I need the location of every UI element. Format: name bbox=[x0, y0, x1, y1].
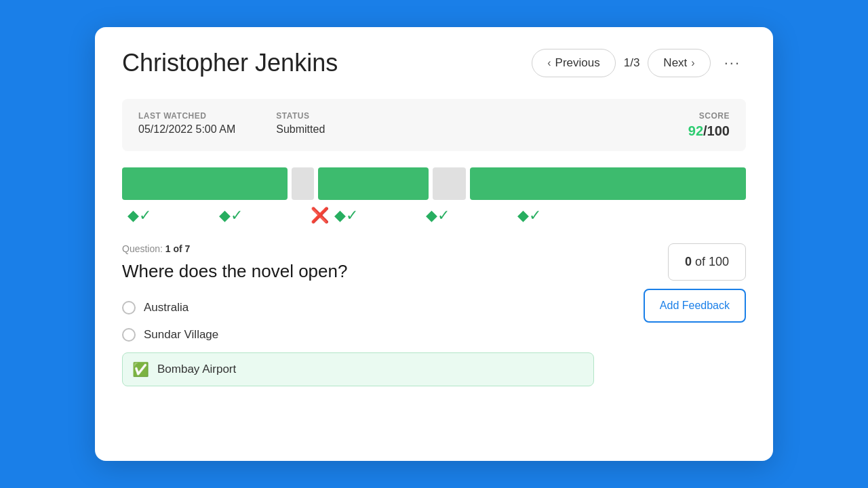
option-label-sundar: Sundar Village bbox=[144, 328, 218, 342]
progress-seg-1 bbox=[122, 167, 288, 200]
page-indicator: 1/3 bbox=[624, 56, 640, 70]
check-icon-3: ◆✓ bbox=[334, 207, 358, 224]
cross-icon-1: ❌ bbox=[311, 207, 329, 224]
info-bar: LAST WATCHED 05/12/2022 5:00 AM STATUS S… bbox=[122, 99, 746, 151]
score-label: SCORE bbox=[699, 111, 730, 121]
progress-section: ◆✓ ◆✓ ❌ ◆✓ ◆✓ ◆✓ bbox=[122, 167, 746, 224]
question-meta: Question: 1 of 7 bbox=[122, 243, 594, 254]
score-total: /100 bbox=[703, 123, 730, 138]
progress-seg-3 bbox=[318, 167, 429, 200]
progress-seg-4 bbox=[433, 167, 466, 200]
progress-icon-2: ◆✓ bbox=[219, 207, 243, 224]
add-feedback-button[interactable]: Add Feedback bbox=[644, 289, 746, 323]
status-value: Submitted bbox=[276, 123, 325, 136]
option-label-bombay: Bombay Airport bbox=[157, 363, 236, 376]
page-title: Christopher Jenkins bbox=[122, 49, 338, 77]
progress-track bbox=[122, 167, 746, 200]
question-side: 0 of 100 Add Feedback bbox=[610, 243, 746, 386]
options-list: Australia Sundar Village ✅ Bombay Airpor… bbox=[122, 298, 594, 386]
option-sundar[interactable]: Sundar Village bbox=[122, 325, 594, 344]
progress-seg-5 bbox=[470, 167, 746, 200]
score-value: 92/100 bbox=[688, 123, 730, 139]
progress-icon-5: ◆✓ bbox=[517, 207, 541, 224]
question-text: Where does the novel open? bbox=[122, 261, 594, 282]
check-icon-2: ◆✓ bbox=[219, 207, 243, 224]
score-highlight: 92 bbox=[688, 123, 703, 138]
status-label: STATUS bbox=[276, 111, 325, 121]
question-score-box: 0 of 100 bbox=[668, 243, 746, 281]
last-watched-group: LAST WATCHED 05/12/2022 5:00 AM bbox=[138, 111, 235, 136]
last-watched-value: 05/12/2022 5:00 AM bbox=[138, 123, 235, 136]
chevron-left-icon: ‹ bbox=[547, 57, 551, 69]
progress-seg-2 bbox=[292, 167, 314, 200]
previous-button[interactable]: ‹ Previous bbox=[532, 49, 615, 77]
progress-icons-row: ◆✓ ◆✓ ❌ ◆✓ ◆✓ ◆✓ bbox=[122, 207, 746, 224]
option-label-australia: Australia bbox=[144, 301, 189, 314]
status-group: STATUS Submitted bbox=[276, 111, 325, 136]
navigation: ‹ Previous 1/3 Next › ··· bbox=[532, 49, 746, 77]
radio-sundar[interactable] bbox=[122, 328, 136, 342]
progress-icon-4: ◆✓ bbox=[426, 207, 450, 224]
progress-icon-3: ❌ ◆✓ bbox=[311, 207, 358, 224]
question-section: Question: 1 of 7 Where does the novel op… bbox=[122, 243, 746, 386]
question-number: 1 of 7 bbox=[165, 243, 191, 254]
radio-australia[interactable] bbox=[122, 301, 136, 314]
score-group: SCORE 92/100 bbox=[688, 111, 730, 139]
next-button[interactable]: Next › bbox=[648, 49, 710, 77]
check-icon-1: ◆✓ bbox=[127, 207, 151, 224]
correct-check-icon: ✅ bbox=[132, 361, 149, 378]
question-score-suffix: of 100 bbox=[695, 255, 729, 268]
option-bombay[interactable]: ✅ Bombay Airport bbox=[122, 352, 594, 386]
check-icon-4: ◆✓ bbox=[426, 207, 450, 224]
question-score-num: 0 bbox=[685, 255, 692, 268]
option-australia[interactable]: Australia bbox=[122, 298, 594, 317]
question-main: Question: 1 of 7 Where does the novel op… bbox=[122, 243, 594, 386]
main-card: Christopher Jenkins ‹ Previous 1/3 Next … bbox=[95, 27, 773, 461]
last-watched-label: LAST WATCHED bbox=[138, 111, 235, 121]
progress-icon-1: ◆✓ bbox=[127, 207, 151, 224]
header: Christopher Jenkins ‹ Previous 1/3 Next … bbox=[122, 49, 746, 77]
check-icon-5: ◆✓ bbox=[517, 207, 541, 224]
more-options-button[interactable]: ··· bbox=[719, 52, 746, 75]
chevron-right-icon: › bbox=[691, 57, 694, 69]
